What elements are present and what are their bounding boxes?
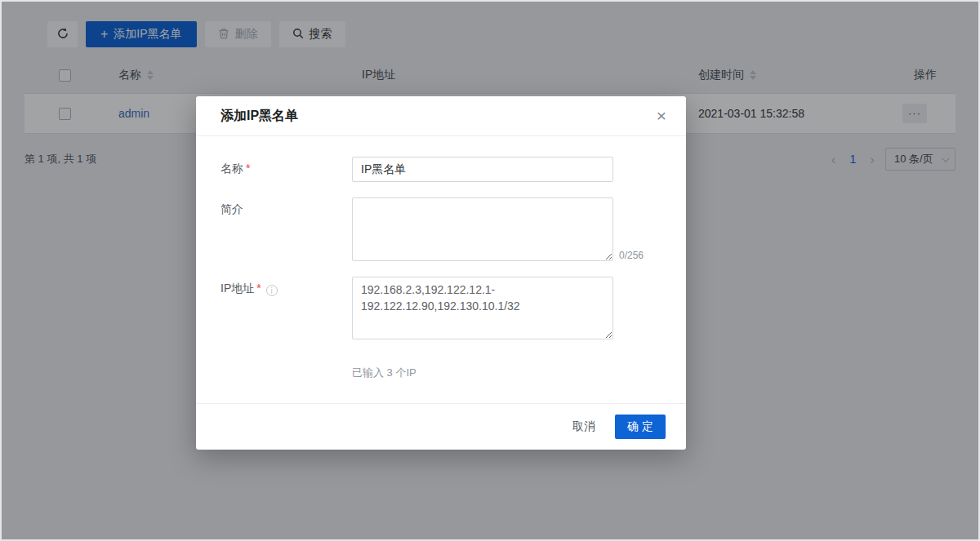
char-counter: 0/256	[619, 250, 644, 261]
confirm-button[interactable]: 确 定	[615, 415, 666, 439]
modal-title: 添加IP黑名单	[220, 108, 298, 125]
name-input[interactable]	[352, 157, 613, 182]
name-form-row: 名称*	[220, 157, 662, 182]
description-form-row: 简介 0/256	[220, 197, 662, 261]
modal-header: 添加IP黑名单	[196, 96, 686, 136]
description-textarea[interactable]	[352, 197, 613, 261]
modal-footer: 取消 确 定	[196, 403, 686, 450]
description-field-label: 简介	[220, 202, 243, 215]
modal-body: 名称* 简介 0/256 IP地址*i 192.168.2.3,192.122.…	[196, 136, 686, 380]
ip-form-row: IP地址*i 192.168.2.3,192.122.12.1-192.122.…	[220, 277, 662, 339]
add-ip-blacklist-modal: 添加IP黑名单 × 名称* 简介 0/256 IP地址*i 192.168.2.…	[196, 96, 686, 450]
ip-count-hint: 已输入 3 个IP	[352, 366, 662, 380]
name-field-label: 名称	[220, 162, 243, 175]
required-asterisk: *	[246, 162, 250, 175]
ip-field-label: IP地址	[220, 282, 254, 295]
ip-address-textarea[interactable]: 192.168.2.3,192.122.12.1-192.122.12.90,1…	[352, 277, 613, 339]
required-asterisk: *	[256, 282, 261, 295]
info-icon: i	[266, 285, 278, 296]
close-icon[interactable]: ×	[652, 105, 671, 126]
cancel-button[interactable]: 取消	[561, 415, 607, 439]
